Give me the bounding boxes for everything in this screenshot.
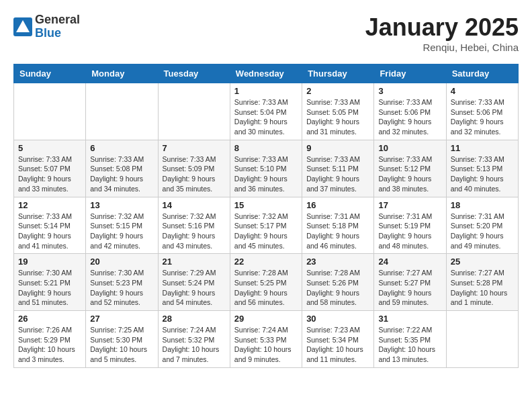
location: Renqiu, Hebei, China bbox=[365, 42, 519, 53]
calendar-cell: 7Sunrise: 7:33 AM Sunset: 5:09 PM Daylig… bbox=[158, 140, 230, 197]
day-number: 18 bbox=[451, 200, 514, 210]
calendar-cell: 14Sunrise: 7:32 AM Sunset: 5:16 PM Dayli… bbox=[158, 197, 230, 254]
day-info: Sunrise: 7:33 AM Sunset: 5:08 PM Dayligh… bbox=[90, 154, 153, 194]
calendar-cell: 2Sunrise: 7:33 AM Sunset: 5:05 PM Daylig… bbox=[302, 83, 374, 140]
calendar-cell: 8Sunrise: 7:33 AM Sunset: 5:10 PM Daylig… bbox=[230, 140, 302, 197]
day-number: 6 bbox=[90, 143, 153, 153]
day-number: 23 bbox=[306, 257, 369, 267]
logo: General Blue bbox=[13, 13, 80, 40]
day-number: 15 bbox=[234, 200, 298, 210]
day-info: Sunrise: 7:33 AM Sunset: 5:11 PM Dayligh… bbox=[306, 154, 369, 194]
calendar-cell: 24Sunrise: 7:27 AM Sunset: 5:27 PM Dayli… bbox=[374, 254, 446, 311]
day-number: 24 bbox=[378, 257, 441, 267]
calendar-cell: 1Sunrise: 7:33 AM Sunset: 5:04 PM Daylig… bbox=[230, 83, 302, 140]
day-number: 11 bbox=[451, 143, 514, 153]
day-number: 20 bbox=[90, 257, 153, 267]
calendar-cell: 20Sunrise: 7:30 AM Sunset: 5:23 PM Dayli… bbox=[86, 254, 158, 311]
calendar-cell: 23Sunrise: 7:28 AM Sunset: 5:26 PM Dayli… bbox=[302, 254, 374, 311]
day-number: 9 bbox=[306, 143, 369, 153]
month-title: January 2025 bbox=[365, 13, 519, 42]
day-info: Sunrise: 7:32 AM Sunset: 5:17 PM Dayligh… bbox=[234, 212, 298, 251]
day-info: Sunrise: 7:33 AM Sunset: 5:04 PM Dayligh… bbox=[234, 97, 298, 137]
day-info: Sunrise: 7:31 AM Sunset: 5:20 PM Dayligh… bbox=[451, 212, 514, 251]
day-number: 3 bbox=[378, 86, 441, 96]
calendar-cell: 17Sunrise: 7:31 AM Sunset: 5:19 PM Dayli… bbox=[374, 197, 446, 254]
calendar-cell bbox=[14, 83, 86, 140]
calendar-cell: 31Sunrise: 7:22 AM Sunset: 5:35 PM Dayli… bbox=[374, 311, 446, 368]
calendar-cell: 5Sunrise: 7:33 AM Sunset: 5:07 PM Daylig… bbox=[14, 140, 86, 197]
calendar-week-row: 1Sunrise: 7:33 AM Sunset: 5:04 PM Daylig… bbox=[14, 83, 519, 140]
calendar-week-row: 5Sunrise: 7:33 AM Sunset: 5:07 PM Daylig… bbox=[14, 140, 519, 197]
calendar-cell: 13Sunrise: 7:32 AM Sunset: 5:15 PM Dayli… bbox=[86, 197, 158, 254]
day-number: 30 bbox=[306, 314, 369, 324]
day-info: Sunrise: 7:33 AM Sunset: 5:13 PM Dayligh… bbox=[451, 154, 514, 194]
day-info: Sunrise: 7:33 AM Sunset: 5:06 PM Dayligh… bbox=[451, 97, 514, 137]
calendar-cell: 15Sunrise: 7:32 AM Sunset: 5:17 PM Dayli… bbox=[230, 197, 302, 254]
day-info: Sunrise: 7:30 AM Sunset: 5:23 PM Dayligh… bbox=[90, 268, 153, 308]
day-info: Sunrise: 7:32 AM Sunset: 5:16 PM Dayligh… bbox=[163, 212, 226, 251]
weekday-header: Monday bbox=[86, 64, 158, 83]
weekday-header-row: SundayMondayTuesdayWednesdayThursdayFrid… bbox=[14, 64, 519, 83]
day-number: 16 bbox=[306, 200, 369, 210]
logo-blue: Blue bbox=[35, 27, 80, 40]
day-number: 17 bbox=[378, 200, 441, 210]
weekday-header: Sunday bbox=[14, 64, 86, 83]
page-header: General Blue January 2025 Renqiu, Hebei,… bbox=[13, 13, 519, 53]
day-info: Sunrise: 7:33 AM Sunset: 5:07 PM Dayligh… bbox=[18, 154, 81, 194]
calendar-cell bbox=[86, 83, 158, 140]
calendar-cell: 11Sunrise: 7:33 AM Sunset: 5:13 PM Dayli… bbox=[446, 140, 518, 197]
logo-general: General bbox=[35, 13, 80, 27]
day-number: 12 bbox=[18, 200, 81, 210]
calendar: SundayMondayTuesdayWednesdayThursdayFrid… bbox=[13, 64, 519, 368]
calendar-cell: 4Sunrise: 7:33 AM Sunset: 5:06 PM Daylig… bbox=[446, 83, 518, 140]
day-number: 31 bbox=[378, 314, 441, 324]
weekday-header: Friday bbox=[374, 64, 446, 83]
calendar-cell: 26Sunrise: 7:26 AM Sunset: 5:29 PM Dayli… bbox=[14, 311, 86, 368]
logo-text: General Blue bbox=[35, 13, 80, 40]
calendar-cell: 10Sunrise: 7:33 AM Sunset: 5:12 PM Dayli… bbox=[374, 140, 446, 197]
day-info: Sunrise: 7:33 AM Sunset: 5:14 PM Dayligh… bbox=[18, 212, 81, 251]
day-info: Sunrise: 7:28 AM Sunset: 5:25 PM Dayligh… bbox=[234, 268, 298, 308]
calendar-cell: 25Sunrise: 7:27 AM Sunset: 5:28 PM Dayli… bbox=[446, 254, 518, 311]
day-number: 22 bbox=[234, 257, 298, 267]
day-info: Sunrise: 7:33 AM Sunset: 5:05 PM Dayligh… bbox=[306, 97, 369, 137]
calendar-cell: 29Sunrise: 7:24 AM Sunset: 5:33 PM Dayli… bbox=[230, 311, 302, 368]
day-number: 29 bbox=[234, 314, 298, 324]
calendar-cell bbox=[446, 311, 518, 368]
day-info: Sunrise: 7:33 AM Sunset: 5:09 PM Dayligh… bbox=[163, 154, 226, 194]
day-info: Sunrise: 7:29 AM Sunset: 5:24 PM Dayligh… bbox=[163, 268, 226, 308]
day-info: Sunrise: 7:27 AM Sunset: 5:28 PM Dayligh… bbox=[451, 268, 514, 308]
day-number: 8 bbox=[234, 143, 298, 153]
title-block: January 2025 Renqiu, Hebei, China bbox=[365, 13, 519, 53]
calendar-cell: 16Sunrise: 7:31 AM Sunset: 5:18 PM Dayli… bbox=[302, 197, 374, 254]
day-number: 14 bbox=[163, 200, 226, 210]
day-info: Sunrise: 7:23 AM Sunset: 5:34 PM Dayligh… bbox=[306, 325, 369, 365]
day-info: Sunrise: 7:33 AM Sunset: 5:10 PM Dayligh… bbox=[234, 154, 298, 194]
day-info: Sunrise: 7:31 AM Sunset: 5:18 PM Dayligh… bbox=[306, 212, 369, 251]
day-number: 26 bbox=[18, 314, 81, 324]
day-info: Sunrise: 7:30 AM Sunset: 5:21 PM Dayligh… bbox=[18, 268, 81, 308]
day-number: 2 bbox=[306, 86, 369, 96]
calendar-cell: 28Sunrise: 7:24 AM Sunset: 5:32 PM Dayli… bbox=[158, 311, 230, 368]
day-number: 21 bbox=[163, 257, 226, 267]
calendar-week-row: 12Sunrise: 7:33 AM Sunset: 5:14 PM Dayli… bbox=[14, 197, 519, 254]
calendar-cell: 30Sunrise: 7:23 AM Sunset: 5:34 PM Dayli… bbox=[302, 311, 374, 368]
weekday-header: Wednesday bbox=[230, 64, 302, 83]
calendar-cell: 6Sunrise: 7:33 AM Sunset: 5:08 PM Daylig… bbox=[86, 140, 158, 197]
day-number: 27 bbox=[90, 314, 153, 324]
calendar-cell: 19Sunrise: 7:30 AM Sunset: 5:21 PM Dayli… bbox=[14, 254, 86, 311]
calendar-cell: 18Sunrise: 7:31 AM Sunset: 5:20 PM Dayli… bbox=[446, 197, 518, 254]
day-info: Sunrise: 7:31 AM Sunset: 5:19 PM Dayligh… bbox=[378, 212, 441, 251]
day-info: Sunrise: 7:33 AM Sunset: 5:12 PM Dayligh… bbox=[378, 154, 441, 194]
weekday-header: Saturday bbox=[446, 64, 518, 83]
day-number: 1 bbox=[234, 86, 298, 96]
day-info: Sunrise: 7:24 AM Sunset: 5:32 PM Dayligh… bbox=[163, 325, 226, 365]
day-info: Sunrise: 7:28 AM Sunset: 5:26 PM Dayligh… bbox=[306, 268, 369, 308]
calendar-week-row: 19Sunrise: 7:30 AM Sunset: 5:21 PM Dayli… bbox=[14, 254, 519, 311]
day-number: 25 bbox=[451, 257, 514, 267]
weekday-header: Tuesday bbox=[158, 64, 230, 83]
day-number: 5 bbox=[18, 143, 81, 153]
calendar-cell: 21Sunrise: 7:29 AM Sunset: 5:24 PM Dayli… bbox=[158, 254, 230, 311]
day-info: Sunrise: 7:27 AM Sunset: 5:27 PM Dayligh… bbox=[378, 268, 441, 308]
calendar-cell: 22Sunrise: 7:28 AM Sunset: 5:25 PM Dayli… bbox=[230, 254, 302, 311]
